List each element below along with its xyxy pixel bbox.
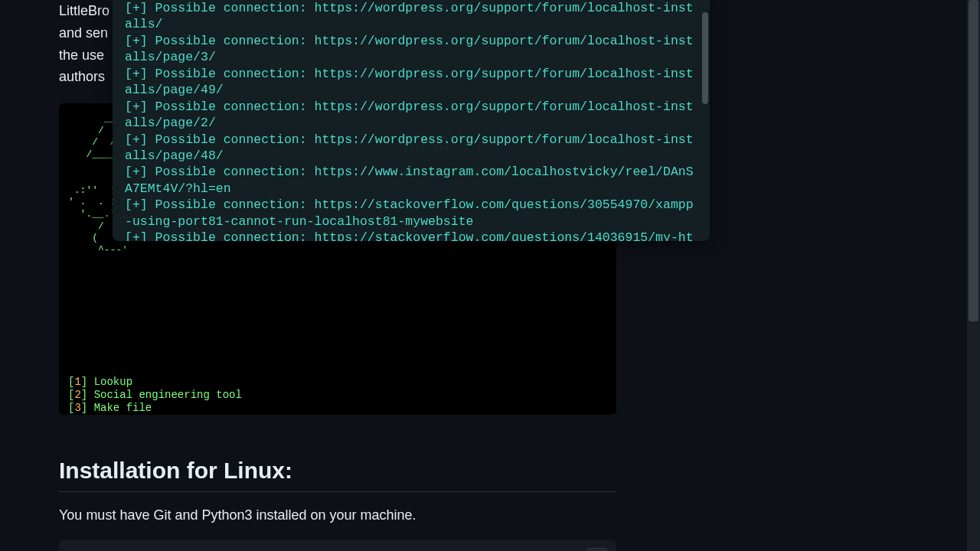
intro-frag-3: the use xyxy=(59,47,104,63)
install-code-block: sudo apt install git python3 xyxy=(59,540,616,551)
intro-frag-1: LittleBro xyxy=(59,3,109,18)
intro-frag-2: and sen xyxy=(59,25,108,41)
menu-item-2: [2] Social engineering tool xyxy=(68,389,242,401)
copy-button[interactable] xyxy=(586,548,609,551)
menu-item-3: [3] Make file xyxy=(68,402,152,414)
connection-line: [+] Possible connection: https://www.ins… xyxy=(125,164,697,197)
output-overlay-terminal[interactable]: [+] Possible connection: https://wordpre… xyxy=(113,0,710,241)
install-paragraph: You must have Git and Python3 installed … xyxy=(59,507,616,523)
menu-item-1: [1] Lookup xyxy=(68,376,132,388)
install-heading: Installation for Linux: xyxy=(59,458,616,492)
page-scrollbar-thumb[interactable] xyxy=(969,0,978,321)
menu-item-4: [4] Show Database xyxy=(68,415,178,416)
connection-line: [+] Possible connection: https://wordpre… xyxy=(125,66,697,99)
menu-block: [1] Lookup [2] Social engineering tool [… xyxy=(68,363,607,415)
connection-line: [+] Possible connection: https://wordpre… xyxy=(125,132,697,165)
overlay-scrollbar-thumb[interactable] xyxy=(702,12,708,104)
connection-line: [+] Possible connection: https://wordpre… xyxy=(125,99,697,132)
connection-line: [+] Possible connection: https://stackov… xyxy=(125,230,697,241)
page-scrollbar-track[interactable] xyxy=(967,0,980,551)
connection-line: [+] Possible connection: https://stackov… xyxy=(125,197,697,230)
connection-line: [+] Possible connection: https://wordpre… xyxy=(125,0,697,33)
connection-line: [+] Possible connection: https://wordpre… xyxy=(125,33,697,66)
intro-frag-4: authors xyxy=(59,69,105,84)
